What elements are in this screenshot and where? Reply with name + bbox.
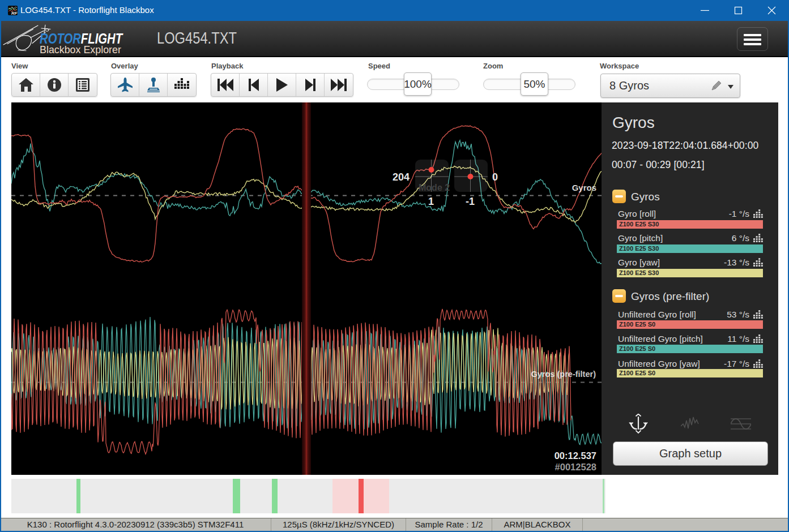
svg-text:-1: -1 [466, 196, 475, 207]
svg-text:1: 1 [428, 196, 434, 207]
svg-text:204: 204 [393, 171, 410, 183]
svg-text:0: 0 [492, 171, 498, 183]
svg-text:00:12.537: 00:12.537 [555, 451, 596, 461]
svg-text:Gyros (pre-filter): Gyros (pre-filter) [531, 370, 596, 379]
svg-text:RF: RF [11, 11, 18, 15]
svg-text:#0012528: #0012528 [555, 462, 596, 472]
svg-text:Mode 2: Mode 2 [419, 183, 450, 192]
svg-text:Gyros: Gyros [572, 183, 596, 192]
